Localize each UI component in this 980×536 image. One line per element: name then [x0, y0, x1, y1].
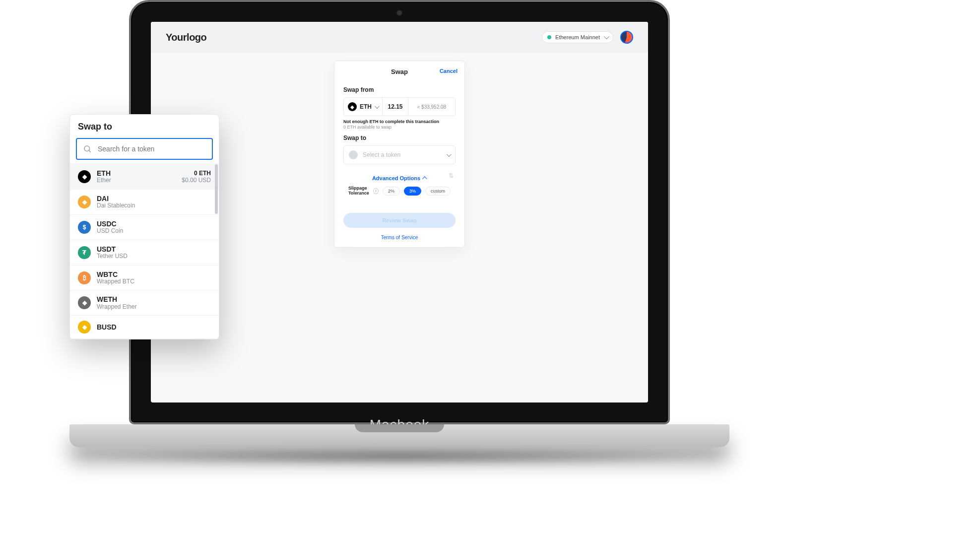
search-icon — [83, 144, 92, 153]
app-header: Yourlogo Ethereum Mainnet — [151, 22, 648, 53]
token-text: ETHEther — [97, 169, 176, 184]
token-row-wbtc[interactable]: ₿WBTCWrapped BTC — [70, 266, 219, 291]
token-text: USDTTether USD — [97, 245, 211, 260]
token-row-eth[interactable]: ◆ETHEther0 ETH$0.00 USD — [70, 164, 219, 190]
swap-from-row: ◆ ETH 12.15 ≈ $33,952.08 — [343, 97, 456, 116]
slippage-option-0[interactable]: 2% — [383, 187, 400, 196]
camera-dot — [396, 10, 402, 16]
from-token-symbol: ETH — [360, 103, 372, 110]
info-icon[interactable]: i — [373, 188, 379, 194]
token-row-busd[interactable]: ◆BUSD — [70, 316, 219, 339]
terms-of-service-link[interactable]: Terms of Service — [334, 235, 464, 240]
weth-icon: ◆ — [78, 296, 91, 309]
account-avatar[interactable] — [620, 31, 633, 44]
token-row-weth[interactable]: ◆WETHWrapped Ether — [70, 290, 219, 316]
app-logo: Yourlogo — [166, 32, 206, 43]
token-text: BUSD — [97, 323, 211, 331]
token-balance: 0 ETH$0.00 USD — [182, 170, 211, 184]
token-symbol: WBTC — [97, 270, 211, 278]
advanced-options-toggle[interactable]: Advanced Options — [343, 175, 456, 181]
from-token-selector[interactable]: ◆ ETH — [344, 98, 383, 116]
slippage-option-2[interactable]: custom — [425, 187, 451, 196]
swap-to-label: Swap to — [343, 134, 456, 141]
from-amount-input[interactable]: 12.15 — [383, 98, 408, 116]
chevron-down-icon — [375, 104, 380, 109]
token-search-input[interactable] — [97, 144, 206, 153]
from-amount-usd: ≈ $33,952.08 — [408, 98, 455, 116]
laptop-shadow — [60, 447, 739, 467]
token-symbol: USDT — [97, 245, 211, 253]
chevron-up-icon — [422, 176, 427, 181]
swap-direction-icon[interactable]: ⇅ — [449, 172, 454, 179]
usdc-icon: $ — [78, 221, 91, 234]
token-name: Wrapped BTC — [97, 278, 211, 285]
token-name: Dai Stablecoin — [97, 202, 211, 209]
chevron-down-icon — [447, 152, 452, 157]
token-search-field[interactable] — [76, 138, 213, 160]
token-name: USD Coin — [97, 228, 211, 235]
token-text: WBTCWrapped BTC — [97, 270, 211, 285]
laptop-base — [69, 424, 729, 447]
swap-title: Swap — [391, 68, 408, 75]
cancel-link[interactable]: Cancel — [440, 68, 457, 74]
token-select-panel: Swap to ◆ETHEther0 ETH$0.00 USD◈DAIDai S… — [69, 114, 219, 339]
advanced-options-label: Advanced Options — [372, 175, 420, 181]
token-text: USDCUSD Coin — [97, 220, 211, 235]
slippage-label: Slippage Tolerance — [348, 186, 369, 196]
busd-icon: ◆ — [78, 321, 91, 334]
token-select-title: Swap to — [70, 122, 219, 138]
available-balance: 0 ETH available to swap — [343, 125, 456, 130]
network-status-dot — [547, 35, 551, 39]
token-name: Wrapped Ether — [97, 304, 211, 311]
swap-card: Swap Cancel Swap from ◆ ETH 12.15 ≈ $33,… — [334, 61, 465, 248]
insufficient-balance-error: Not enough ETH to complete this transact… — [343, 119, 456, 124]
dai-icon: ◈ — [78, 196, 91, 208]
token-symbol: WETH — [97, 295, 211, 303]
token-name: Tether USD — [97, 253, 211, 260]
to-token-selector[interactable]: Select a token — [343, 145, 456, 164]
svg-point-0 — [84, 146, 90, 151]
wbtc-icon: ₿ — [78, 271, 91, 284]
token-symbol: USDC — [97, 220, 211, 228]
swap-from-label: Swap from — [343, 86, 456, 93]
token-list: ◆ETHEther0 ETH$0.00 USD◈DAIDai Stablecoi… — [70, 164, 219, 339]
chevron-down-icon — [604, 34, 609, 39]
token-row-dai[interactable]: ◈DAIDai Stablecoin — [70, 190, 219, 215]
screen: Yourlogo Ethereum Mainnet Swap Cancel — [151, 22, 648, 402]
eth-icon: ◆ — [348, 102, 357, 111]
token-name: Ether — [97, 177, 176, 184]
token-symbol: BUSD — [97, 323, 211, 331]
token-symbol: DAI — [97, 195, 211, 202]
trackpad-notch — [355, 424, 444, 432]
svg-line-1 — [89, 150, 90, 152]
to-token-placeholder: Select a token — [363, 151, 442, 158]
token-placeholder-icon — [349, 150, 358, 159]
token-row-usdc[interactable]: $USDCUSD Coin — [70, 215, 219, 240]
slippage-option-1[interactable]: 3% — [404, 187, 421, 196]
slippage-row: Slippage Tolerance i 2% 3% custom — [343, 186, 456, 196]
token-row-usdt[interactable]: ₮USDTTether USD — [70, 240, 219, 266]
usdt-icon: ₮ — [78, 246, 91, 259]
review-swap-button[interactable]: Review Swap — [343, 213, 456, 228]
token-text: DAIDai Stablecoin — [97, 195, 211, 209]
network-selector[interactable]: Ethereum Mainnet — [542, 31, 613, 43]
token-text: WETHWrapped Ether — [97, 295, 211, 310]
scrollbar-thumb[interactable] — [215, 164, 218, 214]
token-symbol: ETH — [97, 169, 176, 177]
eth-icon: ◆ — [78, 170, 91, 183]
network-name: Ethereum Mainnet — [555, 34, 600, 40]
